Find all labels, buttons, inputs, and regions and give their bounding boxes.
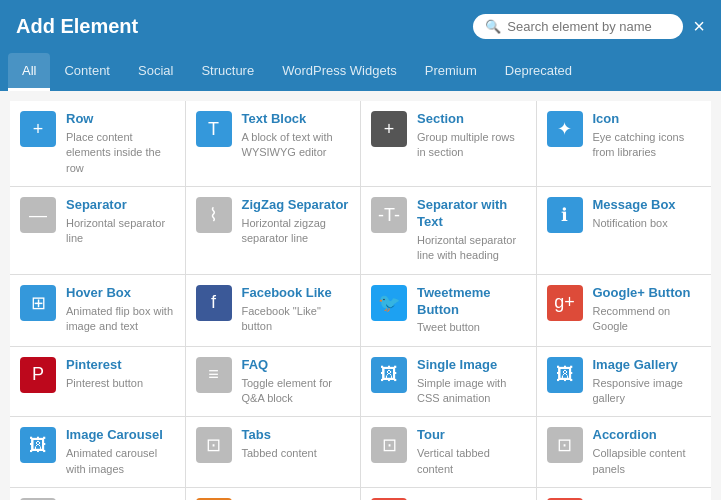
separator-text-info: Separator with TextHorizontal separator … <box>417 197 526 264</box>
google-plus-icon: g+ <box>547 285 583 321</box>
message-box-desc: Notification box <box>593 216 702 231</box>
search-container: 🔍 <box>473 14 683 39</box>
zigzag-separator-info: ZigZag SeparatorHorizontal zigzag separa… <box>242 197 351 247</box>
element-card-custom-heading[interactable]: aCustom HeadingText with Google fonts <box>186 488 361 500</box>
element-card-tour[interactable]: ⊡TourVertical tabbed content <box>361 417 536 487</box>
element-card-pinterest[interactable]: PPinterestPinterest button <box>10 347 185 417</box>
tabs-title: Tabs <box>242 427 351 444</box>
tabs-navigation: AllContentSocialStructureWordPress Widge… <box>0 53 721 91</box>
element-card-pageable-container[interactable]: ⋯Pageable ContainerPageable content cont… <box>10 488 185 500</box>
element-card-single-image[interactable]: 🖼Single ImageSimple image with CSS anima… <box>361 347 536 417</box>
tweetmeme-icon: 🐦 <box>371 285 407 321</box>
tab-wordpress-widgets[interactable]: WordPress Widgets <box>268 53 411 91</box>
separator-text-icon: -T- <box>371 197 407 233</box>
zigzag-separator-desc: Horizontal zigzag separator line <box>242 216 351 247</box>
separator-text-title: Separator with Text <box>417 197 526 231</box>
element-card-accordion[interactable]: ⊡AccordionCollapsible content panels <box>537 417 712 487</box>
accordion-desc: Collapsible content panels <box>593 446 702 477</box>
search-icon: 🔍 <box>485 19 501 34</box>
tab-structure[interactable]: Structure <box>187 53 268 91</box>
separator-desc: Horizontal separator line <box>66 216 175 247</box>
section-info: SectionGroup multiple rows in section <box>417 111 526 161</box>
tabs-info: TabsTabbed content <box>242 427 351 461</box>
pinterest-icon: P <box>20 357 56 393</box>
text-block-title: Text Block <box>242 111 351 128</box>
tab-content[interactable]: Content <box>50 53 124 91</box>
tab-deprecated[interactable]: Deprecated <box>491 53 586 91</box>
google-plus-desc: Recommend on Google <box>593 304 702 335</box>
text-block-desc: A block of text with WYSIWYG editor <box>242 130 351 161</box>
zigzag-separator-title: ZigZag Separator <box>242 197 351 214</box>
facebook-like-info: Facebook LikeFacebook "Like" button <box>242 285 351 335</box>
element-card-hover-box[interactable]: ⊞Hover BoxAnimated flip box with image a… <box>10 275 185 346</box>
tweetmeme-info: Tweetmeme ButtonTweet button <box>417 285 526 336</box>
element-card-section[interactable]: +SectionGroup multiple rows in section <box>361 101 536 186</box>
element-card-image-carousel[interactable]: 🖼Image CarouselAnimated carousel with im… <box>10 417 185 487</box>
search-input[interactable] <box>507 19 675 34</box>
text-block-info: Text BlockA block of text with WYSIWYG e… <box>242 111 351 161</box>
element-card-separator[interactable]: —SeparatorHorizontal separator line <box>10 187 185 274</box>
row-title: Row <box>66 111 175 128</box>
icon-title: Icon <box>593 111 702 128</box>
modal-header: Add Element 🔍 × <box>0 0 721 53</box>
section-title: Section <box>417 111 526 128</box>
single-image-icon: 🖼 <box>371 357 407 393</box>
icon-info: IconEye catching icons from libraries <box>593 111 702 161</box>
element-card-google-plus[interactable]: g+Google+ ButtonRecommend on Google <box>537 275 712 346</box>
image-gallery-info: Image GalleryResponsive image gallery <box>593 357 702 407</box>
element-card-tweetmeme[interactable]: 🐦Tweetmeme ButtonTweet button <box>361 275 536 346</box>
element-card-facebook-like[interactable]: fFacebook LikeFacebook "Like" button <box>186 275 361 346</box>
tabs-desc: Tabbed content <box>242 446 351 461</box>
element-card-separator-text[interactable]: -T-Separator with TextHorizontal separat… <box>361 187 536 274</box>
add-element-modal: Add Element 🔍 × AllContentSocialStructur… <box>0 0 721 500</box>
google-plus-title: Google+ Button <box>593 285 702 302</box>
tab-social[interactable]: Social <box>124 53 187 91</box>
hover-box-title: Hover Box <box>66 285 175 302</box>
close-button[interactable]: × <box>693 15 705 38</box>
element-card-row[interactable]: +RowPlace content elements inside the ro… <box>10 101 185 186</box>
hover-box-desc: Animated flip box with image and text <box>66 304 175 335</box>
image-gallery-desc: Responsive image gallery <box>593 376 702 407</box>
row-icon: + <box>20 111 56 147</box>
element-card-image-gallery[interactable]: 🖼Image GalleryResponsive image gallery <box>537 347 712 417</box>
element-card-faq[interactable]: ≡FAQToggle element for Q&A block <box>186 347 361 417</box>
message-box-info: Message BoxNotification box <box>593 197 702 231</box>
tab-premium[interactable]: Premium <box>411 53 491 91</box>
header-right: 🔍 × <box>473 14 705 39</box>
accordion-title: Accordion <box>593 427 702 444</box>
image-carousel-info: Image CarouselAnimated carousel with ima… <box>66 427 175 477</box>
facebook-like-desc: Facebook "Like" button <box>242 304 351 335</box>
faq-title: FAQ <box>242 357 351 374</box>
image-gallery-title: Image Gallery <box>593 357 702 374</box>
element-card-icon[interactable]: ✦IconEye catching icons from libraries <box>537 101 712 186</box>
tour-info: TourVertical tabbed content <box>417 427 526 477</box>
section-icon: + <box>371 111 407 147</box>
element-card-text-block[interactable]: TText BlockA block of text with WYSIWYG … <box>186 101 361 186</box>
separator-title: Separator <box>66 197 175 214</box>
element-card-tabs[interactable]: ⊡TabsTabbed content <box>186 417 361 487</box>
faq-desc: Toggle element for Q&A block <box>242 376 351 407</box>
tour-icon: ⊡ <box>371 427 407 463</box>
element-card-call-to-action[interactable]: ≡Call to ActionCatch visitors attention … <box>537 488 712 500</box>
tweetmeme-desc: Tweet button <box>417 320 526 335</box>
image-carousel-desc: Animated carousel with images <box>66 446 175 477</box>
tweetmeme-title: Tweetmeme Button <box>417 285 526 319</box>
facebook-like-title: Facebook Like <box>242 285 351 302</box>
modal-title: Add Element <box>16 15 138 38</box>
single-image-info: Single ImageSimple image with CSS animat… <box>417 357 526 407</box>
icon-desc: Eye catching icons from libraries <box>593 130 702 161</box>
pinterest-info: PinterestPinterest button <box>66 357 175 391</box>
tour-title: Tour <box>417 427 526 444</box>
element-card-message-box[interactable]: ℹMessage BoxNotification box <box>537 187 712 274</box>
elements-grid: +RowPlace content elements inside the ro… <box>10 101 711 500</box>
message-box-icon: ℹ <box>547 197 583 233</box>
element-card-zigzag-separator[interactable]: ⌇ZigZag SeparatorHorizontal zigzag separ… <box>186 187 361 274</box>
facebook-like-icon: f <box>196 285 232 321</box>
element-card-button[interactable]: GOButtonEye catching button <box>361 488 536 500</box>
image-carousel-title: Image Carousel <box>66 427 175 444</box>
zigzag-separator-icon: ⌇ <box>196 197 232 233</box>
tabs-icon: ⊡ <box>196 427 232 463</box>
separator-text-desc: Horizontal separator line with heading <box>417 233 526 264</box>
tab-all[interactable]: All <box>8 53 50 91</box>
icon-icon: ✦ <box>547 111 583 147</box>
